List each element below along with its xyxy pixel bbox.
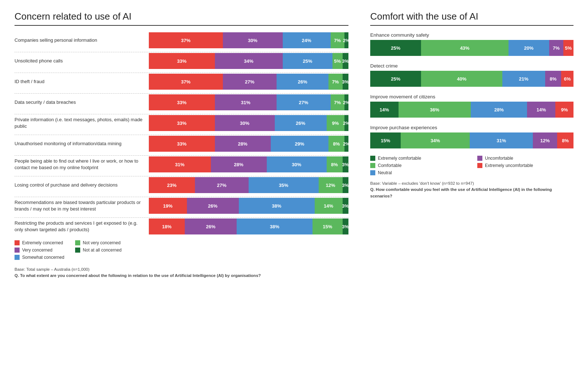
concern-bar-8-seg-0: 19% (149, 198, 187, 214)
concern-bar-5-seg-2: 29% (271, 136, 329, 152)
concern-bar-5-seg-0: 33% (149, 136, 215, 152)
concern-swatch-3 (75, 240, 80, 245)
concern-label-4: Private information (i.e. text messages,… (15, 117, 149, 129)
concern-bar-3-seg-2: 27% (277, 94, 331, 110)
concern-divider-4 (15, 135, 348, 135)
right-title: Comfort with the use of AI (370, 11, 573, 22)
concern-bar-2-seg-4: 3% (343, 74, 349, 90)
comfort-bar-1-seg-1: 40% (421, 71, 502, 87)
concern-bar-0-seg-1: 30% (223, 32, 283, 48)
comfort-legend-2: Neutral (370, 170, 466, 175)
comfort-bar-0-seg-0: 25% (370, 40, 421, 56)
concern-bar-1: 33%34%25%5%3% (149, 53, 348, 69)
comfort-legend-1: Comfortable (370, 163, 466, 168)
comfort-legend-label-2: Neutral (378, 170, 392, 175)
left-bars: Companies selling personal information37… (15, 32, 348, 234)
concern-divider-3 (15, 114, 348, 114)
concern-bar-3-seg-1: 31% (215, 94, 277, 110)
comfort-spacer-1 (370, 87, 573, 90)
comfort-bar-3-seg-1: 34% (401, 132, 470, 148)
concern-divider-6 (15, 176, 348, 176)
comfort-legend-3: Uncomfortable (477, 156, 573, 161)
comfort-legend-0: Extremely comfortable (370, 156, 466, 161)
concern-bar-7: 23%27%35%12%3% (149, 177, 348, 193)
concern-bar-2-seg-3: 7% (328, 74, 343, 90)
right-legend: Extremely comfortableComfortableNeutralU… (370, 156, 573, 175)
concern-label-0: Companies selling personal information (15, 37, 149, 44)
concern-bar-5-seg-3: 8% (328, 136, 344, 152)
concern-bar-2-seg-2: 26% (277, 74, 328, 90)
concern-divider-1 (15, 73, 348, 73)
left-title: Concern related to use of AI (15, 11, 348, 22)
concern-bar-7-seg-2: 35% (249, 177, 319, 193)
concern-bar-3-seg-4: 2% (344, 94, 348, 110)
concern-legend-label-0: Extremely concerned (22, 240, 63, 245)
concern-bar-9: 18%26%38%15%3% (149, 219, 348, 234)
concern-legend-label-4: Not at all concerned (83, 248, 122, 253)
concern-bar-7-seg-4: 3% (343, 177, 349, 193)
concern-bar-5-seg-4: 2% (344, 136, 348, 152)
comfort-legend-label-4: Extremely uncomfortable (485, 163, 533, 168)
comfort-legend-col1: Extremely comfortableComfortableNeutral (370, 156, 466, 175)
comfort-bar-3: 15%34%31%12%8% (370, 132, 573, 148)
concern-bar-7-seg-3: 12% (319, 177, 343, 193)
concern-legend-3: Not very concerned (75, 240, 122, 245)
right-footnote: Base: Variable – excludes 'don't know' (… (370, 180, 573, 199)
concern-legend-2: Somewhat concerned (15, 255, 64, 260)
comfort-swatch-3 (477, 156, 482, 161)
comfort-legend-4: Extremely uncomfortable (477, 163, 573, 168)
left-legend-col1: Extremely concernedVery concernedSomewha… (15, 240, 64, 260)
right-footnote2: Q. How comfortable would you feel with t… (370, 187, 552, 198)
concern-bar-6: 31%28%30%8%3% (149, 156, 348, 172)
concern-legend-1: Very concerned (15, 248, 64, 253)
concern-legend-label-2: Somewhat concerned (22, 255, 64, 260)
concern-bar-7-seg-0: 23% (149, 177, 195, 193)
concern-label-2: ID theft / fraud (15, 78, 149, 85)
left-legend: Extremely concernedVery concernedSomewha… (15, 240, 348, 260)
concern-bar-8-seg-3: 14% (315, 198, 343, 214)
comfort-bar-2-seg-2: 28% (471, 102, 527, 118)
concern-label-8: Recommendations are biased towards parti… (15, 199, 149, 212)
concern-bar-4-seg-4: 2% (344, 115, 348, 131)
comfort-bar-0-seg-3: 7% (549, 40, 563, 56)
comfort-bar-1-seg-0: 25% (370, 71, 421, 87)
concern-bar-3-seg-0: 33% (149, 94, 215, 110)
main-container: Concern related to use of AI Companies s… (15, 11, 573, 279)
concern-row-2: ID theft / fraud37%27%26%7%3% (15, 74, 348, 90)
comfort-bar-3-seg-2: 31% (470, 132, 533, 148)
comfort-swatch-1 (370, 163, 375, 168)
comfort-label-3: Improve purchase experiences (370, 125, 573, 130)
left-footnote: Base: Total sample – Australia (n=1,000)… (15, 266, 348, 279)
concern-row-8: Recommendations are biased towards parti… (15, 198, 348, 214)
comfort-bar-2-seg-1: 36% (399, 102, 471, 118)
comfort-swatch-2 (370, 170, 375, 175)
concern-bar-6-seg-3: 8% (327, 156, 343, 172)
concern-row-7: Losing control of purchase and delivery … (15, 177, 348, 193)
comfort-spacer-0 (370, 56, 573, 60)
comfort-bar-0: 25%43%20%7%5% (370, 40, 573, 56)
concern-bar-9-seg-3: 15% (313, 219, 343, 234)
comfort-bar-2-seg-0: 14% (370, 102, 399, 118)
concern-bar-2-seg-0: 37% (149, 74, 223, 90)
concern-bar-0-seg-2: 24% (283, 32, 331, 48)
concern-bar-4: 33%30%26%9%2% (149, 115, 348, 131)
concern-row-1: Unsolicited phone calls33%34%25%5%3% (15, 53, 348, 69)
concern-row-3: Data security / data breaches33%31%27%7%… (15, 94, 348, 110)
comfort-bar-0-seg-4: 5% (563, 40, 573, 56)
comfort-bar-1: 25%40%21%8%6% (370, 71, 573, 87)
concern-label-3: Data security / data breaches (15, 99, 149, 106)
concern-bar-0-seg-0: 37% (149, 32, 223, 48)
concern-bar-3-seg-3: 7% (331, 94, 345, 110)
concern-bar-5: 33%28%29%8%2% (149, 136, 348, 152)
comfort-bar-1-seg-4: 6% (561, 71, 573, 87)
concern-row-5: Unauthorised monitoring of information/d… (15, 136, 348, 152)
concern-bar-4-seg-0: 33% (149, 115, 215, 131)
comfort-swatch-4 (477, 163, 482, 168)
comfort-bar-2: 14%36%28%14%9% (370, 102, 573, 118)
concern-row-0: Companies selling personal information37… (15, 32, 348, 48)
right-divider (370, 25, 573, 26)
comfort-bar-0-seg-1: 43% (421, 40, 509, 56)
left-divider (15, 25, 348, 26)
right-footnote1: Base: Variable – excludes 'don't know' (… (370, 181, 474, 185)
concern-divider-0 (15, 52, 348, 52)
